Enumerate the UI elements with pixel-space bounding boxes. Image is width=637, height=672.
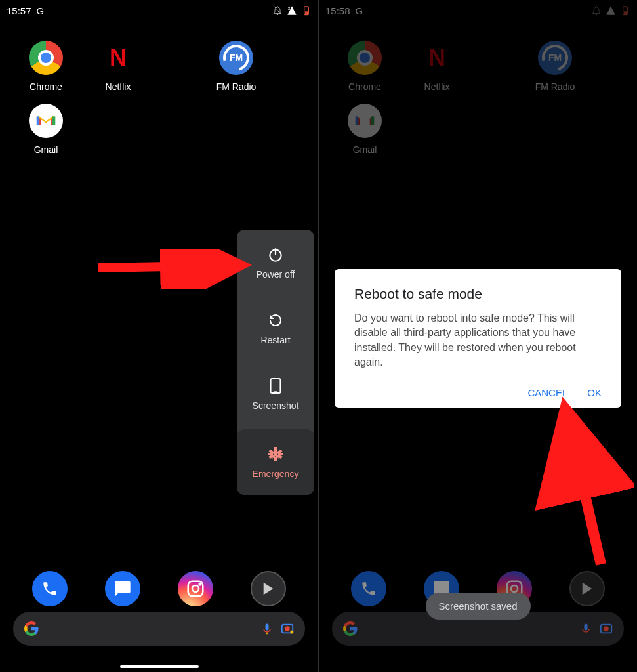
ok-button[interactable]: OK <box>587 387 602 398</box>
power-off-option[interactable]: Power off <box>237 230 314 295</box>
restart-option[interactable]: Restart <box>237 295 314 361</box>
svg-rect-5 <box>271 379 281 393</box>
svg-point-27 <box>511 585 518 592</box>
power-icon <box>266 245 285 264</box>
status-time: 15:57 <box>7 5 31 16</box>
status-bar: 15:57 G x <box>0 0 318 21</box>
dock-playstore[interactable] <box>251 571 286 606</box>
app-label: Netflix <box>106 81 131 92</box>
dock-messages[interactable] <box>105 571 140 606</box>
phone-screen-right: 15:58 G Chrome N Netflix FM FM Radio <box>318 0 637 672</box>
chrome-icon <box>29 41 63 75</box>
power-label: Screenshot <box>253 400 299 411</box>
app-label: FM Radio <box>216 81 257 92</box>
screenshot-option[interactable]: Screenshot <box>237 361 314 427</box>
svg-point-21 <box>285 626 289 631</box>
dock-phone[interactable] <box>351 571 386 606</box>
dialog-body: Do you want to reboot into safe mode? Th… <box>354 311 602 370</box>
mic-icon[interactable] <box>579 622 592 635</box>
dock-instagram[interactable] <box>178 571 213 606</box>
app-chrome[interactable]: Chrome <box>13 41 79 92</box>
phone-screen-left: 15:57 G x Chrome N Netflix FM FM Radio <box>0 0 318 672</box>
svg-line-23 <box>98 265 243 268</box>
home-apps: Chrome N Netflix FM FM Radio Gmail <box>0 21 318 155</box>
nav-handle[interactable] <box>120 665 199 668</box>
svg-rect-2 <box>305 11 308 14</box>
emergency-option[interactable]: Emergency <box>237 429 314 495</box>
power-label: Emergency <box>253 469 299 479</box>
google-logo-icon <box>342 621 358 637</box>
app-netflix[interactable]: N Netflix <box>85 41 151 92</box>
cancel-button[interactable]: CANCEL <box>527 387 567 398</box>
screenshot-icon <box>266 377 285 395</box>
svg-rect-8 <box>274 447 277 452</box>
app-gmail[interactable]: Gmail <box>13 104 79 155</box>
svg-point-18 <box>199 583 201 585</box>
dialog-title: Reboot to safe mode <box>354 286 602 302</box>
lens-icon[interactable] <box>599 621 613 636</box>
dock-playstore[interactable] <box>569 571 605 606</box>
fmradio-icon: FM <box>219 41 253 75</box>
app-fmradio[interactable]: FM FM Radio <box>203 41 269 92</box>
search-bar[interactable] <box>13 612 305 646</box>
google-indicator: G <box>37 5 45 16</box>
restart-icon <box>266 311 285 329</box>
svg-rect-19 <box>266 633 268 635</box>
lens-icon[interactable] <box>280 621 295 636</box>
dock <box>0 571 318 606</box>
svg-rect-9 <box>274 457 277 461</box>
power-label: Restart <box>260 335 290 345</box>
mic-icon[interactable] <box>260 622 274 635</box>
app-label: Gmail <box>34 144 58 155</box>
emergency-icon <box>266 445 285 463</box>
netflix-icon: N <box>101 41 135 75</box>
svg-point-29 <box>604 626 608 631</box>
google-logo-icon <box>24 621 39 637</box>
dock-phone[interactable] <box>32 571 68 606</box>
svg-point-17 <box>192 585 199 592</box>
svg-rect-22 <box>291 631 294 634</box>
battery-icon <box>301 5 312 16</box>
toast: Screenshot saved <box>425 593 530 620</box>
svg-point-7 <box>274 452 277 456</box>
gmail-icon <box>29 104 63 138</box>
power-label: Power off <box>257 269 295 280</box>
dnd-off-icon <box>272 5 283 16</box>
signal-icon: x <box>287 5 297 16</box>
safe-mode-dialog: Reboot to safe mode Do you want to reboo… <box>335 269 621 408</box>
power-menu: Power off Restart Screenshot Emergency <box>237 230 314 495</box>
app-label: Chrome <box>30 81 62 92</box>
